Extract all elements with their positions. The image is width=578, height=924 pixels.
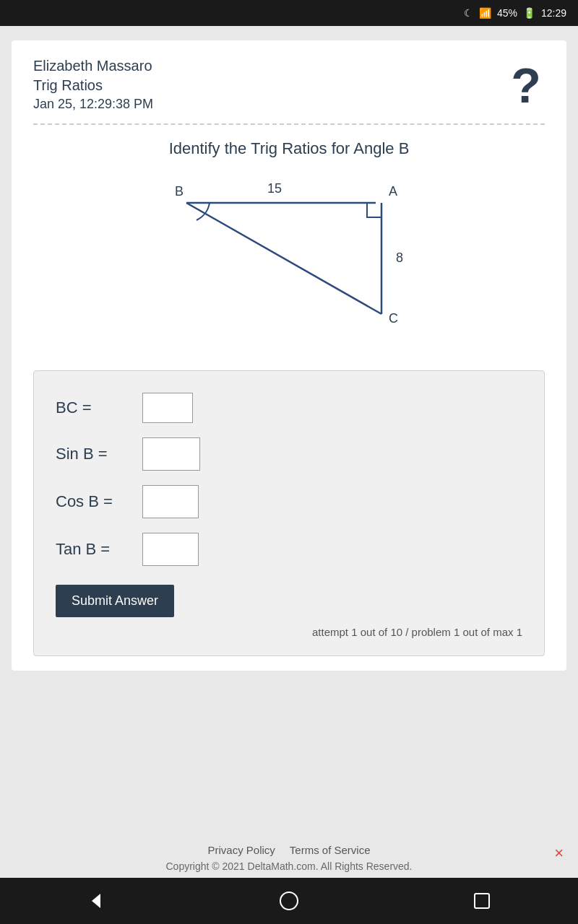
bc-input[interactable] bbox=[142, 393, 193, 423]
sinb-row: Sin B = bbox=[56, 437, 522, 471]
sinb-input[interactable] bbox=[142, 437, 200, 471]
tanb-label: Tan B = bbox=[56, 540, 135, 559]
svg-marker-8 bbox=[92, 894, 100, 908]
svg-line-2 bbox=[186, 203, 381, 314]
user-name: Elizabeth Massaro bbox=[33, 58, 153, 74]
privacy-policy-link[interactable]: Privacy Policy bbox=[207, 844, 275, 856]
bc-row: BC = bbox=[56, 393, 522, 423]
status-bar: ☾ 📶 45% 🔋 12:29 bbox=[0, 0, 578, 26]
svg-rect-10 bbox=[475, 894, 489, 908]
header-card: Elizabeth Massaro Trig Ratios Jan 25, 12… bbox=[12, 40, 566, 671]
cosb-label: Cos B = bbox=[56, 492, 135, 511]
submit-button[interactable]: Submit Answer bbox=[56, 585, 174, 617]
home-icon bbox=[279, 891, 299, 911]
cosb-input[interactable] bbox=[142, 485, 199, 518]
answer-card: BC = Sin B = Cos B = Tan B = Submit Answ… bbox=[33, 370, 545, 656]
triangle-svg: B A C 15 8 bbox=[144, 175, 434, 356]
back-icon bbox=[86, 891, 106, 911]
back-button[interactable] bbox=[78, 883, 114, 919]
problem-title: Identify the Trig Ratios for Angle B bbox=[33, 139, 545, 158]
triangle-diagram: B A C 15 8 bbox=[33, 175, 545, 356]
timestamp: Jan 25, 12:29:38 PM bbox=[33, 97, 153, 112]
help-button[interactable]: ? bbox=[507, 58, 545, 104]
nav-bar bbox=[0, 878, 578, 924]
svg-text:8: 8 bbox=[396, 250, 403, 265]
wifi-icon: 📶 bbox=[479, 7, 491, 19]
bc-label: BC = bbox=[56, 398, 135, 417]
tanb-row: Tan B = bbox=[56, 533, 522, 566]
user-info: Elizabeth Massaro Trig Ratios Jan 25, 12… bbox=[33, 58, 153, 112]
home-button[interactable] bbox=[271, 883, 307, 919]
battery-icon: 🔋 bbox=[523, 7, 535, 19]
footer: Privacy Policy Terms of Service × Copyri… bbox=[0, 834, 578, 878]
svg-text:15: 15 bbox=[267, 181, 282, 196]
close-footer-button[interactable]: × bbox=[554, 844, 564, 863]
copyright-text: Copyright © 2021 DeltaMath.com. All Righ… bbox=[12, 860, 566, 872]
sinb-label: Sin B = bbox=[56, 445, 135, 463]
battery-percentage: 45% bbox=[497, 7, 517, 19]
recents-icon bbox=[472, 891, 492, 911]
footer-links: Privacy Policy Terms of Service bbox=[12, 844, 566, 856]
header-divider bbox=[33, 123, 545, 125]
recents-button[interactable] bbox=[464, 883, 500, 919]
svg-point-9 bbox=[280, 892, 298, 910]
main-content: Elizabeth Massaro Trig Ratios Jan 25, 12… bbox=[0, 26, 578, 834]
terms-of-service-link[interactable]: Terms of Service bbox=[290, 844, 371, 856]
svg-text:A: A bbox=[389, 184, 397, 199]
moon-icon: ☾ bbox=[464, 7, 473, 19]
tanb-input[interactable] bbox=[142, 533, 199, 566]
assignment-title: Trig Ratios bbox=[33, 77, 153, 94]
svg-text:C: C bbox=[389, 311, 398, 326]
attempt-info: attempt 1 out of 10 / problem 1 out of m… bbox=[56, 626, 522, 638]
clock: 12:29 bbox=[541, 7, 566, 19]
question-mark-icon: ? bbox=[511, 61, 541, 110]
svg-text:B: B bbox=[175, 184, 184, 199]
status-icons: ☾ 📶 45% 🔋 12:29 bbox=[464, 7, 566, 19]
cosb-row: Cos B = bbox=[56, 485, 522, 518]
card-header: Elizabeth Massaro Trig Ratios Jan 25, 12… bbox=[33, 58, 545, 112]
